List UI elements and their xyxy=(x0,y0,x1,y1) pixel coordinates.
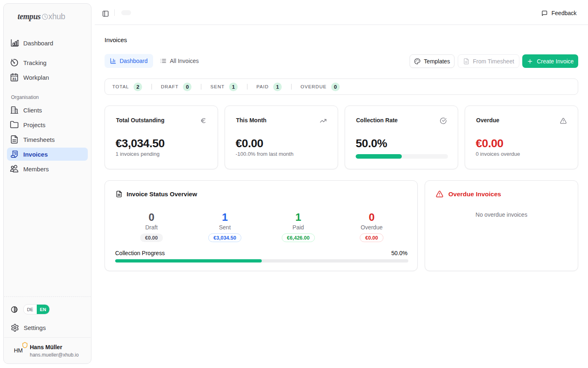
svg-text:31: 31 xyxy=(12,76,17,81)
